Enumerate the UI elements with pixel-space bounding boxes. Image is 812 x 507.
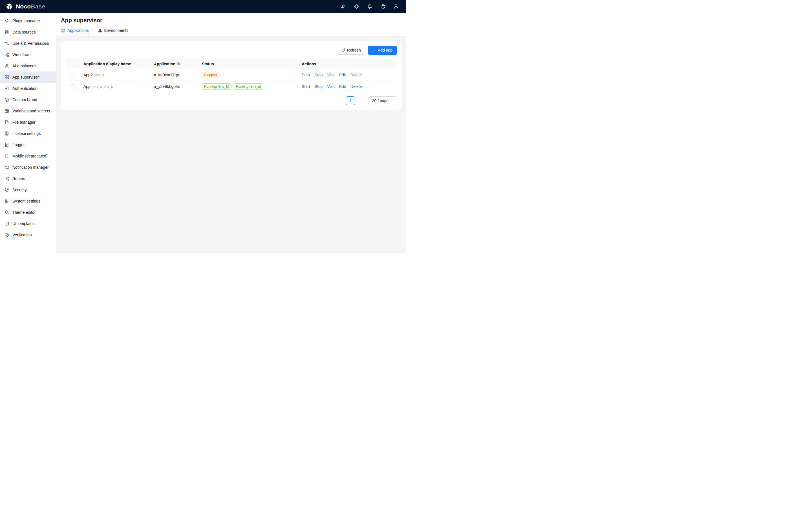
action-start[interactable]: Start [302,84,310,89]
sidebar-item-label: UI templates [12,221,35,226]
sidebar-item-label: Plugin manager [12,18,40,23]
theme-icon [4,210,9,215]
action-edit[interactable]: Edit [339,73,346,77]
sidebar-item-routes[interactable]: Routes [0,173,56,184]
sidebar-item-label: Custom brand [12,98,37,102]
chevron-down-icon [391,100,394,103]
sidebar-item-label: File manager [12,120,36,124]
action-start[interactable]: Start [302,73,310,77]
pagination: 1 20 / page [65,96,397,105]
sidebar-item-workflow[interactable]: Workflow [0,49,56,60]
brand-icon [4,98,9,102]
sidebar-menu: Plugin managerData sourcesUsers & Permis… [0,15,56,240]
brand[interactable]: NocoBase [6,3,45,10]
tab-environments-label: Environments [104,28,129,33]
tab-environments[interactable]: Environments [98,28,129,36]
sidebar-item-label: Verification [12,233,32,237]
app-display-name: App2 [84,73,93,77]
action-links: StartStopVisitEditDelete [302,73,393,77]
sidebar-item-data-sources[interactable]: Data sources [0,26,56,38]
sidebar-item-theme-editor[interactable]: Theme editor [0,207,56,218]
plus-icon [372,48,376,52]
status-tag-success: Running (env_b) [202,83,232,90]
sidebar-item-label: License settings [12,131,41,136]
sidebar-item-label: Variables and secrets [12,109,50,113]
sidebar-item-app-supervisor[interactable]: App supervisor [0,71,56,83]
megaphone-icon [4,165,9,170]
logger-icon [4,143,9,147]
add-app-button-label: Add app [378,48,393,52]
sidebar-item-system-settings[interactable]: System settings [0,195,56,207]
pagination-prev-icon[interactable] [335,96,344,105]
sidebar-item-label: Data sources [12,30,36,34]
main-area: App supervisor Applications Environments… [56,13,406,253]
help-question-icon[interactable] [380,4,386,9]
row-checkbox[interactable] [70,84,74,89]
sidebar-item-plugin-manager[interactable]: Plugin manager [0,15,56,26]
sidebar-item-security[interactable]: Security [0,184,56,195]
status-tags: Stopped [202,72,293,78]
sidebar-item-label: Users & Permissions [12,41,49,46]
action-visit[interactable]: Visit [327,84,335,89]
column-header-status: Status [197,59,297,69]
tab-applications-label: Applications [67,28,89,33]
action-links: StartStopVisitEditDelete [302,84,393,89]
action-delete[interactable]: Delete [350,84,362,89]
sidebar-item-custom-brand[interactable]: Custom brand [0,94,56,105]
sidebar-item-users-permissions[interactable]: Users & Permissions [0,38,56,49]
refresh-icon [341,48,345,52]
app-actions-cell: StartStopVisitEditDelete [297,69,397,81]
plugin-icon [4,18,9,23]
column-header-id: Application ID [149,59,197,69]
action-stop[interactable]: Stop [315,73,323,77]
settings-gear-icon[interactable] [354,4,359,9]
tab-applications[interactable]: Applications [61,28,89,36]
row-checkbox[interactable] [70,73,74,77]
page-header: App supervisor Applications Environments [56,13,406,37]
table-row: Appenv_a, env_ba_y299bbgpfrcRunning (env… [65,81,397,93]
notifications-bell-icon[interactable] [367,4,372,9]
sidebar-item-label: AI employees [12,64,36,68]
brand-name-light: Base [31,3,45,10]
pagination-next-icon[interactable] [357,96,366,105]
pin-icon[interactable] [341,4,346,9]
refresh-button[interactable]: Refresh [337,46,365,55]
action-delete[interactable]: Delete [350,73,362,77]
sidebar-item-file-manager[interactable]: File manager [0,117,56,128]
sidebar-item-label: Mobile (deprecated) [12,154,48,158]
sidebar-item-license-settings[interactable]: License settings [0,128,56,139]
mobile-icon [4,154,9,158]
sidebar-item-ui-templates[interactable]: UI templates [0,218,56,229]
status-tags: Running (env_b)Running (env_a) [202,83,293,90]
action-stop[interactable]: Stop [315,84,323,89]
user-avatar-icon[interactable] [394,4,399,9]
sidebar-item-label: Notification manager [12,165,49,170]
ai-icon [4,64,9,68]
app-id-cell: a_ktr0xta17qp [149,69,197,81]
column-header-actions: Actions [297,59,397,69]
sidebar-item-ai-employees[interactable]: AI employees [0,60,56,71]
action-edit[interactable]: Edit [339,84,346,89]
applications-table-body: App2env_aa_ktr0xta17qpStoppedStartStopVi… [65,69,397,93]
check-circle-icon [4,233,9,237]
settings-sidebar: Plugin managerData sourcesUsers & Permis… [0,13,56,253]
sidebar-item-label: Security [12,187,27,192]
users-icon [4,41,9,46]
sidebar-item-notification-manager[interactable]: Notification manager [0,162,56,173]
sidebar-item-variables-and-secrets[interactable]: Variables and secrets [0,105,56,117]
sidebar-item-mobile-deprecated[interactable]: Mobile (deprecated) [0,151,56,162]
sidebar-item-label: Logger [12,143,25,147]
top-navbar: NocoBase [0,0,406,13]
sidebar-item-verification[interactable]: Verification [0,229,56,240]
sidebar-item-logger[interactable]: Logger [0,139,56,151]
page-size-select[interactable]: 20 / page [368,96,397,105]
add-app-button[interactable]: Add app [368,46,397,55]
app-status-cell: Stopped [197,69,297,81]
sidebar-item-authentication[interactable]: Authentication [0,83,56,94]
license-icon [4,131,9,136]
applications-grid-icon [61,29,65,33]
pagination-page-1[interactable]: 1 [346,96,355,105]
select-all-checkbox[interactable] [70,62,74,66]
app-actions-cell: StartStopVisitEditDelete [297,81,397,93]
action-visit[interactable]: Visit [327,73,335,77]
